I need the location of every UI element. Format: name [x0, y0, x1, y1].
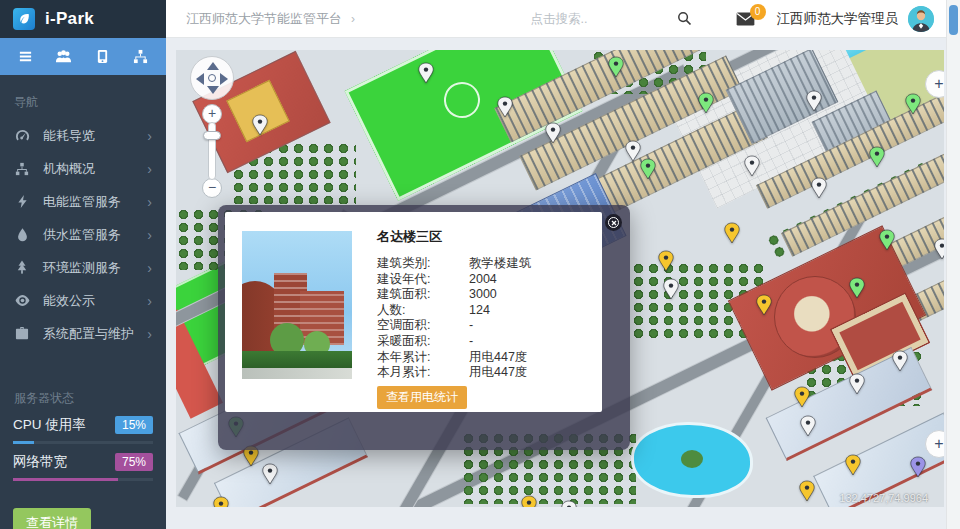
sidebar-item-water-service[interactable]: 供水监管服务 ›	[0, 218, 166, 251]
sidebar-item-system-config[interactable]: 系统配置与维护 ›	[0, 317, 166, 350]
map-marker-green[interactable]	[849, 277, 865, 299]
sidebar-item-label: 电能监管服务	[43, 193, 121, 211]
user-avatar[interactable]	[908, 6, 934, 32]
map-marker-yellow[interactable]	[724, 222, 740, 244]
map-marker-white[interactable]	[262, 463, 278, 485]
bandwidth-label: 网络带宽	[13, 453, 67, 471]
chevron-right-icon: ›	[147, 161, 152, 177]
cpu-usage-row: CPU 使用率 15%	[0, 416, 166, 434]
chevron-right-icon: ›	[147, 326, 152, 342]
sitemap-icon[interactable]	[124, 49, 158, 64]
view-electricity-stats-button[interactable]: 查看用电统计	[377, 386, 467, 409]
info-row: 空调面积:-	[377, 318, 594, 334]
sidebar-item-label: 能耗导览	[43, 127, 95, 145]
map-marker-yellow[interactable]	[521, 495, 537, 507]
breadcrumb[interactable]: 江西师范大学节能监管平台	[186, 10, 342, 28]
map-marker-white[interactable]	[849, 373, 865, 395]
sidebar: i-Park 导航 能耗导览 › 机	[0, 0, 166, 529]
users-icon[interactable]	[47, 49, 81, 64]
app-window: i-Park 导航 能耗导览 › 机	[0, 0, 960, 529]
zoom-slider-track[interactable]	[208, 122, 216, 180]
briefcase-icon	[14, 327, 30, 340]
field-label: 空调面积:	[377, 318, 469, 334]
field-label: 本年累计:	[377, 350, 469, 366]
pan-down-icon[interactable]	[207, 86, 219, 94]
map-marker-white[interactable]	[800, 415, 816, 437]
sidebar-item-label: 能效公示	[43, 292, 95, 310]
map-marker-white[interactable]	[934, 238, 944, 260]
sitemap-icon	[14, 162, 30, 176]
main-content: + − + + 132.4727,74.9964	[166, 38, 946, 529]
search-input[interactable]	[531, 12, 641, 26]
pan-up-icon[interactable]	[207, 62, 219, 70]
map-marker-yellow[interactable]	[794, 386, 810, 408]
pan-center-icon[interactable]	[208, 74, 216, 82]
sidebar-item-label: 系统配置与维护	[43, 325, 134, 343]
map-marker-white[interactable]	[252, 114, 268, 136]
map-marker-green[interactable]	[698, 92, 714, 114]
sidebar-icon-toolbar	[0, 38, 166, 75]
top-header: 江西师范大学节能监管平台 › 0 江西师范大学管理员	[166, 0, 946, 38]
info-row: 建筑面积:3000	[377, 287, 594, 303]
sidebar-item-electric-service[interactable]: 电能监管服务 ›	[0, 185, 166, 218]
photo-path	[242, 368, 352, 379]
map-marker-white[interactable]	[892, 350, 908, 372]
map-marker-green[interactable]	[879, 229, 895, 251]
map-marker-purple[interactable]	[910, 456, 926, 478]
pan-left-icon[interactable]	[196, 73, 204, 85]
sidebar-item-energy-overview[interactable]: 能耗导览 ›	[0, 119, 166, 152]
info-row: 本年累计:用电447度	[377, 350, 594, 366]
map-marker-yellow[interactable]	[845, 454, 861, 476]
sidebar-item-environment-service[interactable]: 环境监测服务 ›	[0, 251, 166, 284]
map-pan-control[interactable]	[190, 56, 234, 100]
cpu-usage-label: CPU 使用率	[13, 416, 86, 434]
map-marker-white[interactable]	[811, 177, 827, 199]
map-marker-white[interactable]	[497, 96, 513, 118]
view-details-button[interactable]: 查看详情	[13, 508, 91, 529]
info-row: 建设年代:2004	[377, 272, 594, 288]
scrollbar-thumb[interactable]	[949, 5, 958, 35]
menu-icon[interactable]	[8, 49, 42, 64]
page-scrollbar[interactable]	[946, 0, 960, 529]
zoom-out-button[interactable]: −	[202, 178, 222, 198]
map-marker-white[interactable]	[545, 122, 561, 144]
map-marker-yellow[interactable]	[213, 496, 229, 507]
device-icon[interactable]	[85, 49, 119, 64]
map-marker-white[interactable]	[744, 155, 760, 177]
map-marker-green[interactable]	[608, 56, 624, 78]
sidebar-item-org-overview[interactable]: 机构概况 ›	[0, 152, 166, 185]
close-icon[interactable]	[605, 214, 622, 231]
map-coordinates-readout: 132.4727,74.9964	[839, 492, 928, 504]
sidebar-item-label: 环境监测服务	[43, 259, 121, 277]
bandwidth-badge: 75%	[115, 453, 153, 471]
building-photo	[242, 231, 352, 379]
info-row: 采暖面积:-	[377, 334, 594, 350]
map-marker-yellow[interactable]	[756, 294, 772, 316]
map-marker-white[interactable]	[806, 90, 822, 112]
map-marker-white[interactable]	[418, 62, 434, 84]
current-user-name[interactable]: 江西师范大学管理员	[777, 10, 899, 28]
map-marker-green[interactable]	[905, 93, 921, 115]
notifications-button[interactable]: 0	[736, 12, 755, 26]
field-value: 2004	[469, 272, 497, 288]
map-marker-green[interactable]	[640, 158, 656, 180]
bandwidth-bar-fill	[13, 478, 118, 481]
field-label: 建筑类别:	[377, 256, 469, 272]
zoom-in-button[interactable]: +	[202, 104, 222, 124]
sidebar-item-label: 机构概况	[43, 160, 95, 178]
search-icon[interactable]	[677, 11, 692, 26]
field-value: 124	[469, 303, 490, 319]
logo-bar: i-Park	[0, 0, 166, 38]
map-marker-yellow[interactable]	[799, 480, 815, 502]
field-value: 3000	[469, 287, 497, 303]
field-label: 采暖面积:	[377, 334, 469, 350]
map-marker-white[interactable]	[663, 278, 679, 300]
pan-right-icon[interactable]	[220, 73, 228, 85]
eye-icon	[14, 295, 30, 306]
map-marker-white[interactable]	[561, 500, 577, 507]
sidebar-item-energy-publicity[interactable]: 能效公示 ›	[0, 284, 166, 317]
map-marker-white[interactable]	[625, 140, 641, 162]
zoom-slider-handle[interactable]	[203, 131, 221, 140]
map-marker-green[interactable]	[869, 146, 885, 168]
map-marker-yellow[interactable]	[658, 250, 674, 272]
